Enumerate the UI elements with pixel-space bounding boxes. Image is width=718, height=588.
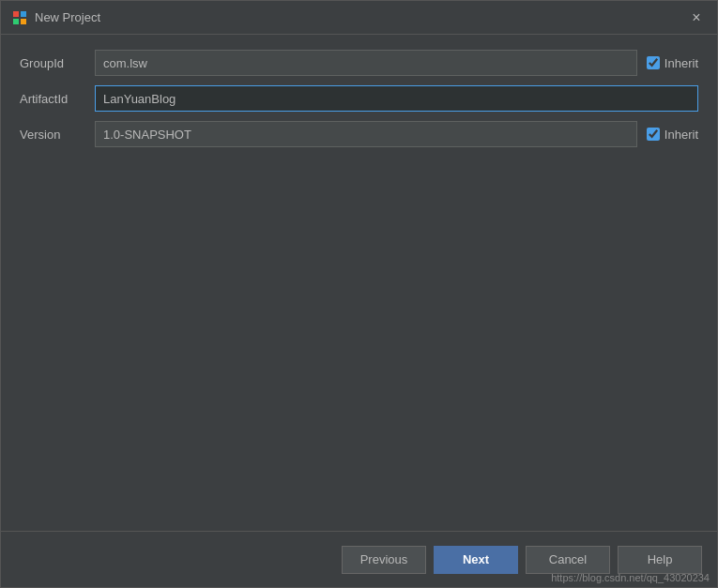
groupid-inherit-label: Inherit (665, 56, 698, 70)
help-button[interactable]: Help (618, 546, 702, 574)
artifactid-label: ArtifactId (20, 92, 95, 106)
cancel-button[interactable]: Cancel (526, 546, 610, 574)
version-inherit-checkbox[interactable] (647, 128, 660, 141)
next-button[interactable]: Next (434, 546, 518, 574)
artifactid-row: ArtifactId (20, 85, 698, 112)
groupid-label: GroupId (20, 56, 95, 70)
new-project-dialog: New Project × GroupId Inherit ArtifactId… (0, 0, 718, 588)
svg-rect-3 (21, 19, 26, 24)
artifactid-input[interactable] (95, 85, 698, 112)
close-button[interactable]: × (687, 8, 706, 27)
watermark: https://blog.csdn.net/qq_43020234 (551, 572, 710, 583)
form-content: GroupId Inherit ArtifactId Version Inher… (1, 35, 717, 531)
groupid-input[interactable] (95, 50, 637, 76)
dialog-title: New Project (35, 10, 100, 24)
title-bar: New Project × (1, 1, 717, 35)
title-bar-left: New Project (12, 10, 100, 25)
version-inherit-label: Inherit (665, 128, 698, 142)
groupid-inherit-group: Inherit (647, 56, 698, 70)
version-input[interactable] (95, 121, 637, 147)
version-row: Version Inherit (20, 121, 698, 147)
previous-button[interactable]: Previous (342, 546, 426, 574)
svg-rect-0 (13, 11, 19, 17)
groupid-row: GroupId Inherit (20, 50, 698, 76)
project-icon (12, 10, 27, 25)
groupid-inherit-checkbox[interactable] (647, 56, 660, 69)
version-inherit-group: Inherit (647, 128, 698, 142)
svg-rect-1 (21, 11, 26, 17)
version-label: Version (20, 128, 95, 142)
svg-rect-2 (13, 19, 19, 24)
